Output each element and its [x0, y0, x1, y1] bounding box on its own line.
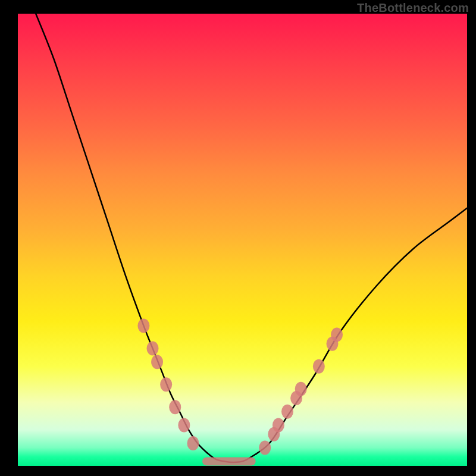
- curve-marker: [313, 359, 325, 374]
- curve-marker: [160, 377, 172, 392]
- curve-marker: [273, 418, 284, 433]
- curve-marker: [295, 382, 307, 396]
- watermark-text: TheBottleneck.com: [357, 1, 469, 15]
- bottleneck-curve: [36, 14, 467, 462]
- curve-marker: [151, 355, 163, 369]
- curve-marker: [169, 400, 181, 414]
- plot-area: [18, 14, 467, 466]
- curve-marker: [259, 441, 271, 455]
- curve-marker: [281, 405, 293, 419]
- curve-marker: [331, 328, 343, 342]
- outer-frame: TheBottleneck.com: [0, 0, 476, 476]
- curve-marker: [147, 341, 159, 355]
- markers-right: [259, 328, 343, 455]
- curve-marker: [178, 418, 190, 433]
- chart-svg: [18, 14, 467, 466]
- curve-marker: [187, 436, 199, 450]
- curve-marker: [137, 318, 149, 333]
